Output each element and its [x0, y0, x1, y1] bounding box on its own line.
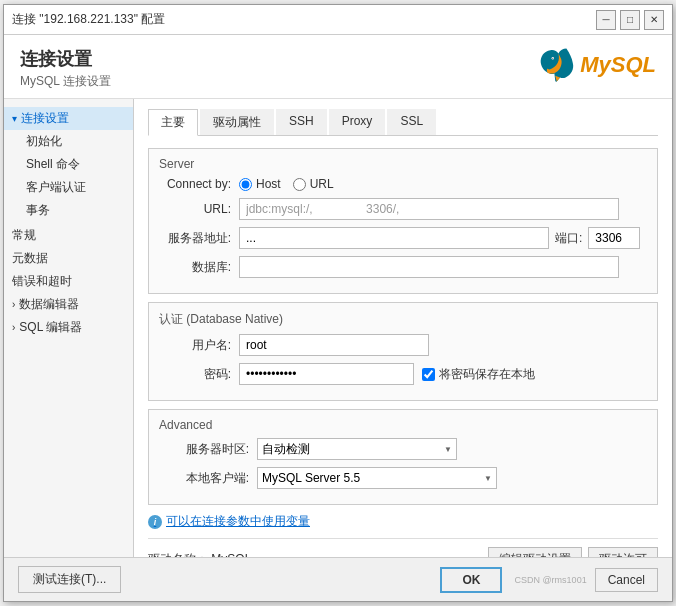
db-label: 数据库:	[159, 259, 231, 276]
footer-right: OK CSDN @rms1001 Cancel	[440, 567, 658, 593]
mysql-logo-text: MySQL	[580, 52, 656, 78]
server-input[interactable]	[239, 227, 549, 249]
sidebar-item-shell-cmd[interactable]: Shell 命令	[4, 153, 133, 176]
sidebar-item-error-timeout[interactable]: 错误和超时	[4, 270, 133, 293]
driver-row: 驱动名称： MySQL 编辑驱动设置 驱动许可	[148, 538, 658, 557]
auth-section-title: 认证 (Database Native)	[159, 311, 647, 328]
connect-by-radio-group: Host URL	[239, 177, 334, 191]
client-label: 本地客户端:	[159, 470, 249, 487]
radio-url-label[interactable]: URL	[293, 177, 334, 191]
radio-host-text: Host	[256, 177, 281, 191]
timezone-select-wrapper: 自动检测 UTC Asia/Shanghai	[257, 438, 457, 460]
url-group: URL:	[159, 198, 647, 220]
watermark: CSDN @rms1001	[514, 575, 586, 585]
db-group: 数据库:	[159, 256, 647, 278]
ok-button[interactable]: OK	[440, 567, 502, 593]
window-title: 连接 "192.168.221.133" 配置	[12, 11, 165, 28]
minimize-button[interactable]: ─	[596, 10, 616, 30]
tab-main[interactable]: 主要	[148, 109, 198, 136]
client-select[interactable]: MySQL Server 5.5 MySQL Server 5.6 MySQL …	[257, 467, 497, 489]
save-password-text: 将密码保存在本地	[439, 366, 535, 383]
mysql-logo: MySQL	[536, 47, 656, 83]
username-group: 用户名:	[159, 334, 647, 356]
sidebar-item-data-editor[interactable]: › 数据编辑器	[4, 293, 133, 316]
connect-by-label: Connect by:	[159, 177, 231, 191]
sidebar-item-init[interactable]: 初始化	[4, 130, 133, 153]
sidebar-item-transaction[interactable]: 事务	[4, 199, 133, 222]
sidebar-item-label: 连接设置	[21, 110, 69, 127]
info-link[interactable]: i 可以在连接参数中使用变量	[148, 513, 658, 530]
server-section-title: Server	[159, 157, 647, 171]
server-section: Server Connect by: Host URL	[148, 148, 658, 294]
save-password-checkbox[interactable]	[422, 368, 435, 381]
timezone-group: 服务器时区: 自动检测 UTC Asia/Shanghai	[159, 438, 647, 460]
db-input[interactable]	[239, 256, 619, 278]
connect-by-group: Connect by: Host URL	[159, 177, 647, 191]
content-area: ▾ 连接设置 初始化 Shell 命令 客户端认证 事务 常规	[4, 99, 672, 557]
close-button[interactable]: ✕	[644, 10, 664, 30]
cancel-button[interactable]: Cancel	[595, 568, 658, 592]
username-input[interactable]	[239, 334, 429, 356]
advanced-section: Advanced 服务器时区: 自动检测 UTC Asia/Shanghai 本…	[148, 409, 658, 505]
client-select-wrapper: MySQL Server 5.5 MySQL Server 5.6 MySQL …	[257, 467, 497, 489]
page-subtitle: MySQL 连接设置	[20, 73, 111, 90]
driver-buttons: 编辑驱动设置 驱动许可	[488, 547, 658, 557]
sidebar-item-client-auth[interactable]: 客户端认证	[4, 176, 133, 199]
data-editor-arrow: ›	[12, 299, 15, 310]
client-group: 本地客户端: MySQL Server 5.5 MySQL Server 5.6…	[159, 467, 647, 489]
username-label: 用户名:	[159, 337, 231, 354]
tab-ssh[interactable]: SSH	[276, 109, 327, 135]
info-link-text: 可以在连接参数中使用变量	[166, 513, 310, 530]
password-label: 密码:	[159, 366, 231, 383]
server-port-group: 端口:	[239, 227, 640, 249]
connection-settings-arrow: ▾	[12, 113, 17, 124]
server-label: 服务器地址:	[159, 230, 231, 247]
sidebar-section-connection: ▾ 连接设置 初始化 Shell 命令 客户端认证 事务	[4, 107, 133, 222]
window-controls: ─ □ ✕	[596, 10, 664, 30]
server-group: 服务器地址: 端口:	[159, 227, 647, 249]
save-password-label[interactable]: 将密码保存在本地	[422, 366, 535, 383]
main-window: 连接 "192.168.221.133" 配置 ─ □ ✕ 连接设置 MySQL…	[3, 4, 673, 602]
tab-proxy[interactable]: Proxy	[329, 109, 386, 135]
sidebar: ▾ 连接设置 初始化 Shell 命令 客户端认证 事务 常规	[4, 99, 134, 557]
footer: 测试连接(T)... OK CSDN @rms1001 Cancel	[4, 557, 672, 601]
radio-url[interactable]	[293, 178, 306, 191]
sql-editor-arrow: ›	[12, 322, 15, 333]
header-left: 连接设置 MySQL 连接设置	[20, 47, 111, 90]
password-group: 密码: 将密码保存在本地	[159, 363, 647, 385]
radio-url-text: URL	[310, 177, 334, 191]
title-bar: 连接 "192.168.221.133" 配置 ─ □ ✕	[4, 5, 672, 35]
timezone-label: 服务器时区:	[159, 441, 249, 458]
tab-driver-props[interactable]: 驱动属性	[200, 109, 274, 135]
window-header: 连接设置 MySQL 连接设置 MySQL	[4, 35, 672, 99]
page-title: 连接设置	[20, 47, 111, 71]
url-label: URL:	[159, 202, 231, 216]
auth-section: 认证 (Database Native) 用户名: 密码: 将密码保存在本地	[148, 302, 658, 401]
info-icon: i	[148, 515, 162, 529]
password-input[interactable]	[239, 363, 414, 385]
edit-driver-button[interactable]: 编辑驱动设置	[488, 547, 582, 557]
advanced-title: Advanced	[159, 418, 647, 432]
port-label: 端口:	[555, 230, 582, 247]
footer-left: 测试连接(T)...	[18, 566, 121, 593]
main-panel: 主要 驱动属性 SSH Proxy SSL Server Connect by:…	[134, 99, 672, 557]
port-input[interactable]	[588, 227, 640, 249]
maximize-button[interactable]: □	[620, 10, 640, 30]
tab-bar: 主要 驱动属性 SSH Proxy SSL	[148, 109, 658, 136]
timezone-select[interactable]: 自动检测 UTC Asia/Shanghai	[257, 438, 457, 460]
radio-host[interactable]	[239, 178, 252, 191]
svg-point-2	[552, 58, 553, 59]
mysql-dolphin-icon	[536, 47, 576, 83]
tab-ssl[interactable]: SSL	[387, 109, 436, 135]
radio-host-label[interactable]: Host	[239, 177, 281, 191]
url-input[interactable]	[239, 198, 619, 220]
test-connection-button[interactable]: 测试连接(T)...	[18, 566, 121, 593]
sidebar-item-sql-editor[interactable]: › SQL 编辑器	[4, 316, 133, 339]
sidebar-item-connection-settings[interactable]: ▾ 连接设置	[4, 107, 133, 130]
sidebar-item-metadata[interactable]: 元数据	[4, 247, 133, 270]
driver-permit-button[interactable]: 驱动许可	[588, 547, 658, 557]
sidebar-item-general[interactable]: 常规	[4, 224, 133, 247]
